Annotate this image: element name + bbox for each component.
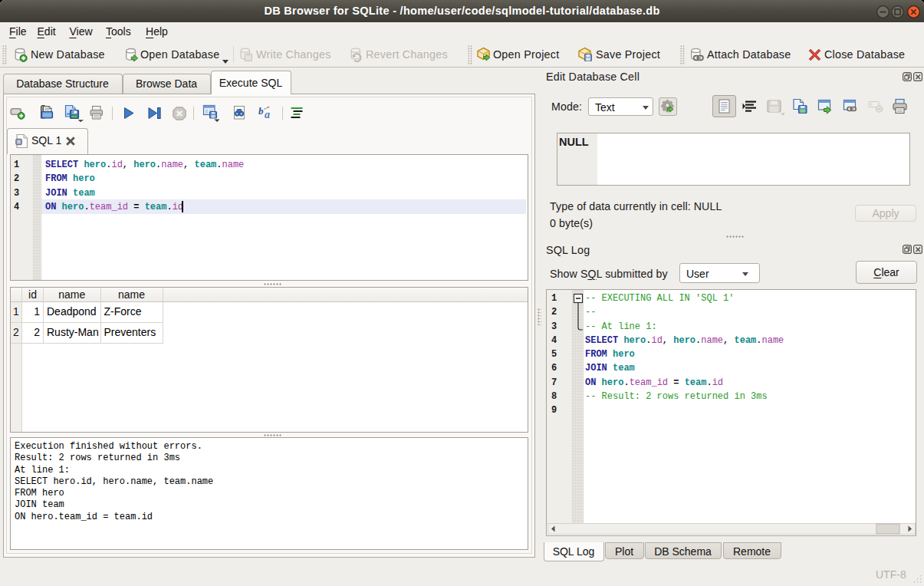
svg-text:a: a: [265, 109, 270, 120]
svg-text:b: b: [258, 105, 264, 117]
